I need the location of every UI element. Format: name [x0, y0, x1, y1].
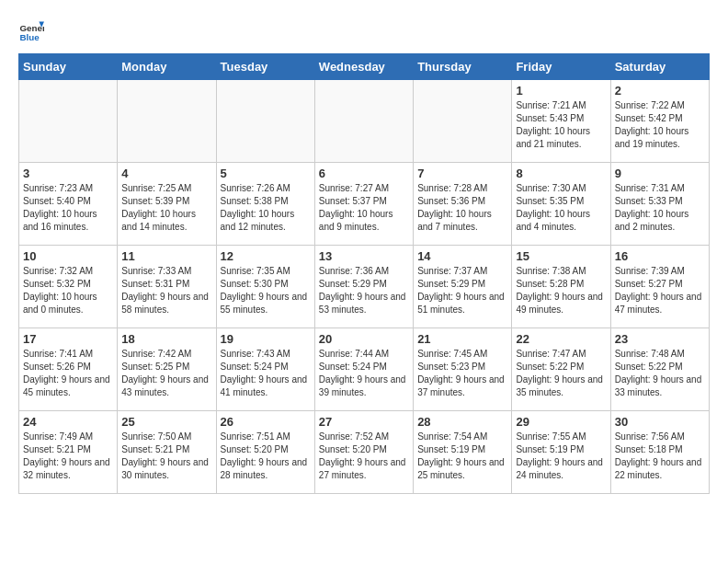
day-number: 4 [121, 167, 211, 180]
day-info: Sunrise: 7:36 AMSunset: 5:29 PMDaylight:… [319, 265, 409, 316]
day-number: 12 [221, 249, 311, 263]
day-info: Sunrise: 7:38 AMSunset: 5:28 PMDaylight:… [516, 265, 606, 316]
day-info: Sunrise: 7:49 AMSunset: 5:21 PMDaylight:… [23, 431, 113, 482]
day-number: 30 [615, 415, 705, 429]
calendar-cell: 19Sunrise: 7:43 AMSunset: 5:24 PMDayligh… [216, 328, 314, 411]
calendar-cell: 11Sunrise: 7:33 AMSunset: 5:31 PMDayligh… [118, 246, 216, 328]
week-row-0: 1Sunrise: 7:21 AMSunset: 5:43 PMDaylight… [19, 80, 710, 163]
calendar-cell: 6Sunrise: 7:27 AMSunset: 5:37 PMDaylight… [314, 163, 413, 246]
day-info: Sunrise: 7:26 AMSunset: 5:38 PMDaylight:… [221, 182, 311, 234]
logo-icon: General Blue [18, 18, 44, 44]
day-number: 17 [23, 332, 113, 346]
header-cell-tuesday: Tuesday [216, 54, 314, 80]
day-info: Sunrise: 7:25 AMSunset: 5:39 PMDaylight:… [121, 182, 211, 234]
day-number: 5 [221, 167, 311, 180]
day-number: 16 [615, 249, 705, 263]
calendar-cell [216, 80, 314, 163]
day-number: 23 [615, 332, 705, 346]
calendar-cell [118, 80, 216, 163]
day-info: Sunrise: 7:22 AMSunset: 5:42 PMDaylight:… [615, 99, 705, 151]
calendar-cell: 15Sunrise: 7:38 AMSunset: 5:28 PMDayligh… [512, 246, 610, 328]
day-info: Sunrise: 7:43 AMSunset: 5:24 PMDaylight:… [221, 348, 311, 399]
calendar-cell: 18Sunrise: 7:42 AMSunset: 5:25 PMDayligh… [118, 328, 216, 411]
calendar-cell: 8Sunrise: 7:30 AMSunset: 5:35 PMDaylight… [512, 163, 610, 246]
day-number: 3 [23, 167, 113, 180]
week-row-3: 17Sunrise: 7:41 AMSunset: 5:26 PMDayligh… [19, 328, 710, 411]
calendar-cell: 27Sunrise: 7:52 AMSunset: 5:20 PMDayligh… [314, 411, 413, 494]
calendar-cell [314, 80, 413, 163]
day-number: 11 [121, 249, 211, 263]
day-number: 22 [516, 332, 606, 346]
calendar-cell: 30Sunrise: 7:56 AMSunset: 5:18 PMDayligh… [610, 411, 709, 494]
logo: General Blue [18, 18, 44, 44]
day-number: 9 [615, 167, 705, 180]
calendar-cell: 25Sunrise: 7:50 AMSunset: 5:21 PMDayligh… [118, 411, 216, 494]
day-info: Sunrise: 7:48 AMSunset: 5:22 PMDaylight:… [615, 348, 705, 399]
day-number: 27 [319, 415, 409, 429]
week-row-2: 10Sunrise: 7:32 AMSunset: 5:32 PMDayligh… [19, 246, 710, 328]
calendar-cell: 28Sunrise: 7:54 AMSunset: 5:19 PMDayligh… [414, 411, 512, 494]
header-cell-thursday: Thursday [414, 54, 512, 80]
day-number: 2 [615, 84, 705, 98]
calendar-cell: 23Sunrise: 7:48 AMSunset: 5:22 PMDayligh… [610, 328, 709, 411]
header-cell-sunday: Sunday [19, 54, 118, 80]
calendar-cell: 24Sunrise: 7:49 AMSunset: 5:21 PMDayligh… [19, 411, 118, 494]
day-number: 7 [417, 167, 507, 180]
day-info: Sunrise: 7:32 AMSunset: 5:32 PMDaylight:… [23, 265, 113, 316]
day-number: 18 [121, 332, 211, 346]
calendar-cell: 20Sunrise: 7:44 AMSunset: 5:24 PMDayligh… [314, 328, 413, 411]
day-info: Sunrise: 7:51 AMSunset: 5:20 PMDaylight:… [221, 431, 311, 482]
day-info: Sunrise: 7:30 AMSunset: 5:35 PMDaylight:… [516, 182, 606, 234]
day-info: Sunrise: 7:27 AMSunset: 5:37 PMDaylight:… [319, 182, 409, 234]
day-number: 15 [516, 249, 606, 263]
day-info: Sunrise: 7:35 AMSunset: 5:30 PMDaylight:… [221, 265, 311, 316]
day-info: Sunrise: 7:50 AMSunset: 5:21 PMDaylight:… [121, 431, 211, 482]
calendar-cell: 17Sunrise: 7:41 AMSunset: 5:26 PMDayligh… [19, 328, 118, 411]
header: General Blue [18, 18, 710, 44]
calendar-header-row: SundayMondayTuesdayWednesdayThursdayFrid… [19, 54, 710, 80]
calendar-body: 1Sunrise: 7:21 AMSunset: 5:43 PMDaylight… [19, 80, 710, 494]
calendar-cell: 1Sunrise: 7:21 AMSunset: 5:43 PMDaylight… [512, 80, 610, 163]
calendar-cell: 14Sunrise: 7:37 AMSunset: 5:29 PMDayligh… [414, 246, 512, 328]
header-cell-friday: Friday [512, 54, 610, 80]
day-info: Sunrise: 7:45 AMSunset: 5:23 PMDaylight:… [417, 348, 507, 399]
calendar-cell: 5Sunrise: 7:26 AMSunset: 5:38 PMDaylight… [216, 163, 314, 246]
week-row-4: 24Sunrise: 7:49 AMSunset: 5:21 PMDayligh… [19, 411, 710, 494]
day-number: 13 [319, 249, 409, 263]
calendar-cell: 12Sunrise: 7:35 AMSunset: 5:30 PMDayligh… [216, 246, 314, 328]
day-info: Sunrise: 7:23 AMSunset: 5:40 PMDaylight:… [23, 182, 113, 234]
day-info: Sunrise: 7:42 AMSunset: 5:25 PMDaylight:… [121, 348, 211, 399]
day-info: Sunrise: 7:37 AMSunset: 5:29 PMDaylight:… [417, 265, 507, 316]
header-cell-monday: Monday [118, 54, 216, 80]
day-info: Sunrise: 7:28 AMSunset: 5:36 PMDaylight:… [417, 182, 507, 234]
calendar-cell: 26Sunrise: 7:51 AMSunset: 5:20 PMDayligh… [216, 411, 314, 494]
calendar-table: SundayMondayTuesdayWednesdayThursdayFrid… [18, 53, 710, 494]
day-info: Sunrise: 7:41 AMSunset: 5:26 PMDaylight:… [23, 348, 113, 399]
week-row-1: 3Sunrise: 7:23 AMSunset: 5:40 PMDaylight… [19, 163, 710, 246]
day-number: 25 [121, 415, 211, 429]
day-number: 10 [23, 249, 113, 263]
day-info: Sunrise: 7:39 AMSunset: 5:27 PMDaylight:… [615, 265, 705, 316]
day-info: Sunrise: 7:55 AMSunset: 5:19 PMDaylight:… [516, 431, 606, 482]
day-number: 1 [516, 84, 606, 98]
calendar-cell [414, 80, 512, 163]
calendar-cell: 21Sunrise: 7:45 AMSunset: 5:23 PMDayligh… [414, 328, 512, 411]
day-info: Sunrise: 7:47 AMSunset: 5:22 PMDaylight:… [516, 348, 606, 399]
day-info: Sunrise: 7:44 AMSunset: 5:24 PMDaylight:… [319, 348, 409, 399]
day-info: Sunrise: 7:31 AMSunset: 5:33 PMDaylight:… [615, 182, 705, 234]
calendar-cell [19, 80, 118, 163]
day-info: Sunrise: 7:21 AMSunset: 5:43 PMDaylight:… [516, 99, 606, 151]
calendar-cell: 16Sunrise: 7:39 AMSunset: 5:27 PMDayligh… [610, 246, 709, 328]
day-number: 19 [221, 332, 311, 346]
day-info: Sunrise: 7:56 AMSunset: 5:18 PMDaylight:… [615, 431, 705, 482]
calendar-cell: 4Sunrise: 7:25 AMSunset: 5:39 PMDaylight… [118, 163, 216, 246]
calendar-cell: 2Sunrise: 7:22 AMSunset: 5:42 PMDaylight… [610, 80, 709, 163]
calendar-cell: 10Sunrise: 7:32 AMSunset: 5:32 PMDayligh… [19, 246, 118, 328]
day-number: 14 [417, 249, 507, 263]
calendar-cell: 22Sunrise: 7:47 AMSunset: 5:22 PMDayligh… [512, 328, 610, 411]
calendar-cell: 29Sunrise: 7:55 AMSunset: 5:19 PMDayligh… [512, 411, 610, 494]
day-number: 26 [221, 415, 311, 429]
day-info: Sunrise: 7:54 AMSunset: 5:19 PMDaylight:… [417, 431, 507, 482]
day-info: Sunrise: 7:33 AMSunset: 5:31 PMDaylight:… [121, 265, 211, 316]
day-info: Sunrise: 7:52 AMSunset: 5:20 PMDaylight:… [319, 431, 409, 482]
